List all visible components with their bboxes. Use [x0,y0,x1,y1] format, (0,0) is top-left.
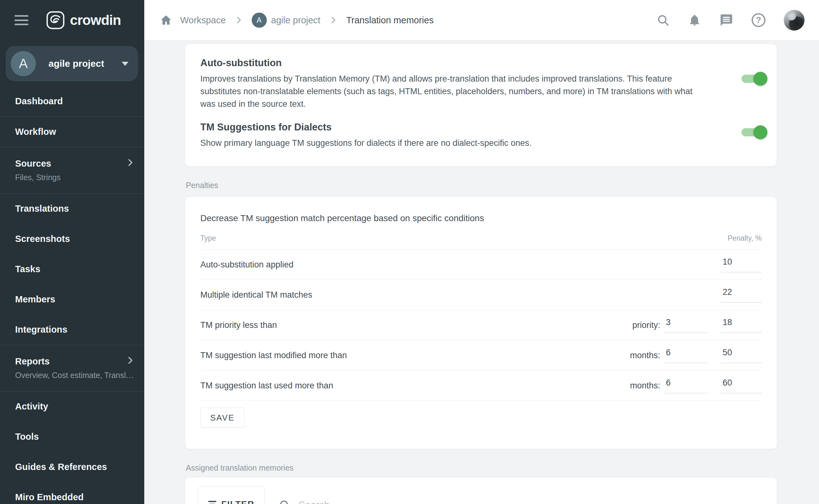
sidebar-item-translations[interactable]: Translations [0,194,144,224]
penalty-row-identical-matches: Multiple identical TM matches [200,280,762,310]
penalty-input-last-used[interactable] [721,378,762,393]
type-column-header: Type [200,234,728,243]
sidebar-nav: Dashboard Workflow Sources Files, String… [0,86,144,504]
sidebar-item-sources-subtitle: Files, Strings [15,173,144,182]
sidebar-item-members[interactable]: Members [0,284,144,315]
priority-param-label: priority: [632,320,660,330]
project-avatar: A [11,51,36,76]
crowdin-logo[interactable]: crowdin [46,11,121,30]
penalty-column-header: Penalty, % [728,234,762,243]
project-name: agile project [49,58,104,69]
assigned-tm-card: FILTER [185,478,777,504]
toggle-thumb [753,72,767,86]
caret-down-icon [122,62,129,66]
breadcrumb-project-avatar: A [252,13,267,28]
messages-chat-icon[interactable] [719,13,733,27]
sidebar-item-integrations[interactable]: Integrations [0,315,144,345]
sidebar-item-workflow[interactable]: Workflow [0,117,144,147]
filter-button[interactable]: FILTER [198,486,265,504]
breadcrumb: Workspace A agile project Translation me… [160,13,434,28]
sidebar-item-screenshots[interactable]: Screenshots [0,224,144,254]
breadcrumb-current-page: Translation memories [346,15,434,26]
sidebar-item-reports[interactable]: Reports Overview, Cost estimate, Transl… [0,345,144,391]
sidebar: crowdin A agile project Dashboard Workfl… [0,0,144,504]
auto-substitution-block: Auto-substitution Improves translations … [200,57,695,110]
crowdin-logo-text: crowdin [70,12,121,28]
search-icon[interactable] [656,14,670,27]
auto-substitution-card: Auto-substitution Improves translations … [185,44,777,166]
penalties-column-headers: Type Penalty, % [200,234,762,249]
main-content: Auto-substitution Improves translations … [144,40,819,504]
search-icon [278,499,291,504]
months-modified-input[interactable] [664,348,707,363]
filter-icon [208,501,216,504]
penalty-row-last-modified: TM suggestion last modified more than mo… [200,340,762,370]
penalty-input-last-modified[interactable] [721,348,762,363]
penalty-row-auto-substitution: Auto-substitution applied [200,249,762,280]
sidebar-item-dashboard[interactable]: Dashboard [0,86,144,117]
user-avatar[interactable] [784,10,805,31]
tm-dialects-title: TM Suggestions for Dialects [200,122,695,133]
crowdin-logo-icon [46,11,65,30]
auto-substitution-title: Auto-substitution [200,57,695,69]
topbar-icons: ? [656,10,805,31]
help-icon[interactable]: ? [752,13,765,27]
tm-dialects-toggle[interactable] [740,125,767,139]
hamburger-menu-icon[interactable] [14,15,28,25]
penalty-input-tm-priority[interactable] [721,318,762,333]
months-param-label: months: [630,351,660,360]
breadcrumb-project[interactable]: A agile project [252,13,320,28]
chevron-right-icon [234,15,243,25]
penalties-card-inner: Decrease TM suggestion match percentage … [185,197,777,428]
months-param-label: months: [630,381,660,391]
topbar: Workspace A agile project Translation me… [144,0,819,40]
tm-dialects-block: TM Suggestions for Dialects Show primary… [200,122,695,149]
toggle-thumb [753,125,767,139]
assigned-tm-section-label: Assigned translation memories [186,463,819,473]
tm-search-input[interactable] [298,499,518,504]
tm-search [278,499,518,504]
sidebar-item-reports-subtitle: Overview, Cost estimate, Transl… [15,371,144,380]
sidebar-item-tasks[interactable]: Tasks [0,254,144,284]
penalty-row-tm-priority: TM priority less than priority: [200,310,762,340]
penalty-input-auto-substitution[interactable] [721,257,762,272]
chevron-right-icon [329,15,338,25]
save-button[interactable]: SAVE [200,408,244,428]
tm-dialects-description: Show primary language TM suggestions for… [200,137,695,149]
sidebar-item-sources[interactable]: Sources Files, Strings [0,147,144,193]
auto-substitution-toggle[interactable] [740,72,767,86]
sidebar-item-miro-embedded[interactable]: Miro Embedded [0,482,144,504]
sidebar-item-guides[interactable]: Guides & References [0,452,144,482]
auto-substitution-description: Improves translations by Translation Mem… [200,72,695,110]
months-used-input[interactable] [664,378,707,393]
notifications-bell-icon[interactable] [688,14,701,27]
breadcrumb-workspace[interactable]: Workspace [180,15,226,26]
chevron-right-icon [125,157,136,168]
penalties-section-label: Penalties [186,181,819,190]
sidebar-item-activity[interactable]: Activity [0,392,144,422]
penalties-heading: Decrease TM suggestion match percentage … [200,197,762,223]
penalties-card: Decrease TM suggestion match percentage … [185,197,777,449]
priority-value-input[interactable] [664,318,707,333]
home-icon[interactable] [160,14,172,26]
sidebar-header: crowdin [0,0,144,40]
penalty-input-identical-matches[interactable] [721,287,762,303]
chevron-right-icon [125,355,136,366]
sidebar-item-tools[interactable]: Tools [0,422,144,452]
project-selector[interactable]: A agile project [6,46,138,81]
penalty-row-last-used: TM suggestion last used more than months… [200,370,762,401]
